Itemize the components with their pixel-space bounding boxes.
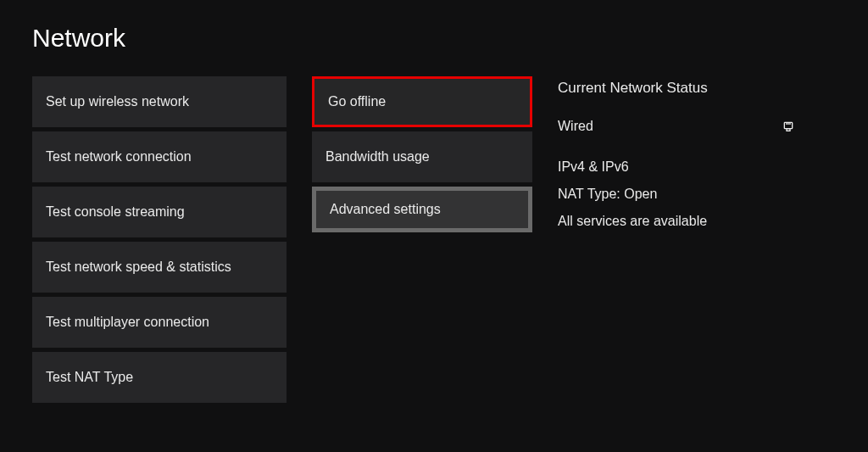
page-title: Network	[32, 24, 836, 53]
status-ip: IPv4 & IPv6	[558, 159, 836, 175]
advanced-settings-button[interactable]: Advanced settings	[312, 187, 532, 232]
settings-column-1: Set up wireless network Test network con…	[32, 76, 287, 403]
setup-wireless-button[interactable]: Set up wireless network	[32, 76, 287, 127]
tile-label: Set up wireless network	[46, 94, 189, 109]
tile-label: Test console streaming	[46, 204, 185, 220]
go-offline-button[interactable]: Go offline	[312, 76, 532, 127]
tile-label: Bandwidth usage	[326, 149, 430, 165]
ethernet-plug-icon	[782, 120, 795, 133]
status-nat: NAT Type: Open	[558, 187, 836, 202]
status-column: Current Network Status Wired IPv4 & IPv6…	[558, 76, 836, 403]
tile-label: Test multiplayer connection	[46, 315, 209, 330]
test-multiplayer-button[interactable]: Test multiplayer connection	[32, 297, 287, 348]
test-connection-button[interactable]: Test network connection	[32, 131, 287, 182]
bandwidth-usage-button[interactable]: Bandwidth usage	[312, 131, 532, 182]
test-speed-button[interactable]: Test network speed & statistics	[32, 242, 287, 293]
tile-label: Advanced settings	[330, 202, 441, 217]
tile-label: Test network connection	[46, 149, 192, 165]
test-nat-button[interactable]: Test NAT Type	[32, 352, 287, 403]
svg-rect-1	[787, 129, 790, 131]
test-streaming-button[interactable]: Test console streaming	[32, 187, 287, 237]
status-connection-row: Wired	[558, 119, 836, 134]
tile-label: Test network speed & statistics	[46, 259, 231, 275]
settings-column-2: Go offline Bandwidth usage Advanced sett…	[312, 76, 532, 403]
status-title: Current Network Status	[558, 80, 836, 97]
status-connection-label: Wired	[558, 119, 593, 134]
tile-label: Go offline	[328, 94, 386, 109]
tile-label: Test NAT Type	[46, 370, 133, 385]
status-services: All services are available	[558, 214, 836, 229]
